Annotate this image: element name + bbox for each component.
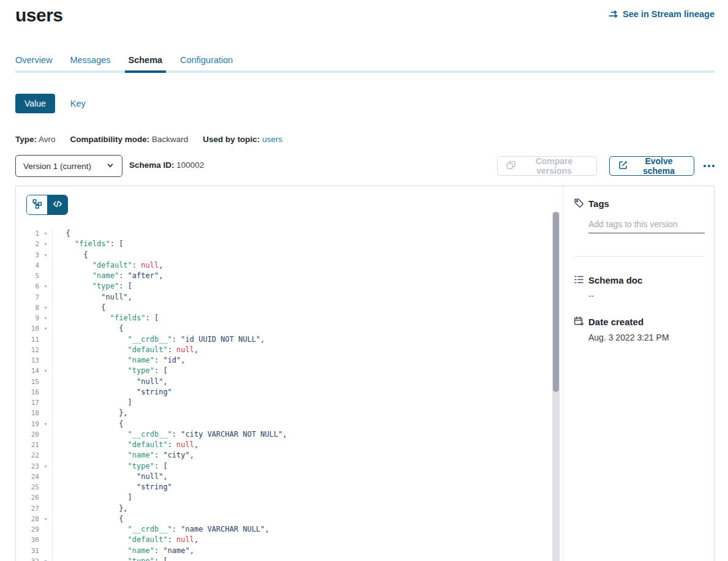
editor-scrollbar-thumb[interactable] <box>553 212 559 392</box>
schema-type: Type: Avro <box>15 135 56 144</box>
key-toggle-button[interactable]: Key <box>70 99 86 108</box>
code-text: { <box>52 303 105 313</box>
fold-arrow-icon[interactable]: ▾ <box>39 239 52 249</box>
fold-arrow-icon[interactable]: ▾ <box>39 366 52 376</box>
topic-link[interactable]: users <box>262 135 282 144</box>
page-title: users <box>15 5 63 26</box>
fold-arrow-icon[interactable]: ▾ <box>39 228 52 239</box>
code-line: 6▾ "type": [ <box>16 281 547 292</box>
code-text: ] <box>52 492 132 503</box>
line-number: 15 <box>16 377 39 387</box>
code-line: 11 "__crdb__": "id UUID NOT NULL", <box>16 334 547 345</box>
version-select[interactable]: Version 1 (current) <box>15 155 122 177</box>
add-tags-input[interactable] <box>588 218 705 233</box>
tab-messages[interactable]: Messages <box>70 55 110 70</box>
fold-arrow-icon[interactable]: ▾ <box>39 281 52 292</box>
code-line: 27 }, <box>16 503 547 514</box>
code-line: 5 "name": "after", <box>16 271 547 281</box>
code-text: "null", <box>52 377 168 387</box>
fold-arrow-icon[interactable]: ▾ <box>39 461 52 472</box>
line-number: 9 <box>16 313 39 323</box>
code-line: 17 ] <box>16 397 547 408</box>
value-key-toggle: Value Key <box>15 94 86 113</box>
code-text: }, <box>52 503 128 514</box>
code-line: 29 "__crdb__": "name VARCHAR NULL", <box>16 524 547 535</box>
schema-doc-heading: Schema doc <box>588 275 642 285</box>
code-text: "default": null, <box>52 345 198 355</box>
evolve-schema-button[interactable]: Evolve schema <box>609 156 694 176</box>
code-line: 13 "name": "id", <box>16 355 547 366</box>
line-number: 20 <box>16 429 39 440</box>
tab-schema[interactable]: Schema <box>129 55 163 70</box>
topic-tabs: OverviewMessagesSchemaConfiguration <box>15 55 233 70</box>
type-value: Avro <box>39 135 56 144</box>
line-number: 17 <box>16 397 39 408</box>
code-text: "__crdb__": "id UUID NOT NULL", <box>52 334 265 345</box>
code-line: 26 ] <box>16 492 547 503</box>
code-text: { <box>52 250 88 260</box>
compare-versions-icon <box>506 160 516 171</box>
fold-arrow-icon[interactable]: ▾ <box>39 313 52 323</box>
code-view-button[interactable] <box>47 195 67 214</box>
code-line: 21 "default": null, <box>16 440 547 450</box>
code-text: "name": "name", <box>52 546 194 556</box>
fold-arrow-icon[interactable]: ▾ <box>39 514 52 524</box>
code-text: "name": "after", <box>52 271 163 281</box>
fold-arrow-icon[interactable]: ▾ <box>39 250 52 260</box>
schema-doc-icon <box>574 274 584 287</box>
code-text: }, <box>52 408 128 418</box>
used-by-topic: Used by topic: users <box>203 135 282 144</box>
code-text: "name": "id", <box>52 355 186 366</box>
code-line: 16 "string" <box>16 387 547 397</box>
fold-arrow-icon[interactable]: ▾ <box>39 303 52 313</box>
tab-configuration[interactable]: Configuration <box>180 55 233 70</box>
sidebar-divider <box>563 186 563 561</box>
version-bar: Version 1 (current) Schema ID: 100002 Co… <box>0 155 728 177</box>
code-text: { <box>52 323 123 334</box>
code-line: 19▾ { <box>16 419 547 429</box>
code-line: 25 "string" <box>16 482 547 492</box>
more-options-button[interactable] <box>701 161 717 171</box>
line-number: 16 <box>16 387 39 397</box>
code-line: 15 "null", <box>16 377 547 387</box>
tree-view-button[interactable] <box>27 195 47 214</box>
line-number: 2 <box>16 239 39 249</box>
chevron-down-icon <box>106 161 114 171</box>
tags-section-divider <box>574 256 705 257</box>
fold-arrow-icon[interactable]: ▾ <box>39 323 52 334</box>
fold-arrow-icon[interactable]: ▾ <box>39 419 52 429</box>
line-number: 7 <box>16 292 39 303</box>
schema-code-editor[interactable]: 1▾ {2▾ "fields": [3▾ {4 "default": null,… <box>16 228 547 561</box>
code-line: 31 "name": "name", <box>16 546 547 556</box>
schema-id: Schema ID: 100002 <box>129 160 204 170</box>
line-number: 18 <box>16 408 39 418</box>
evolve-schema-label: Evolve schema <box>632 156 685 176</box>
line-number: 19 <box>16 419 39 429</box>
tab-overview[interactable]: Overview <box>15 55 52 70</box>
code-text: "__crdb__": "name VARCHAR NULL", <box>52 524 269 535</box>
code-line: 9▾ "fields": [ <box>16 313 547 323</box>
line-number: 26 <box>16 492 39 503</box>
line-number: 25 <box>16 482 39 492</box>
code-text: "type": [ <box>52 556 168 561</box>
code-line: 28▾ { <box>16 514 547 524</box>
code-lines: 1▾ {2▾ "fields": [3▾ {4 "default": null,… <box>16 228 547 561</box>
schema-id-label: Schema ID: <box>129 160 174 170</box>
schema-page: users See in Stream lineage OverviewMess… <box>0 0 728 561</box>
code-line: 18 }, <box>16 408 547 418</box>
code-text: ] <box>52 397 132 408</box>
see-in-stream-lineage-link[interactable]: See in Stream lineage <box>608 9 715 19</box>
code-line: 1▾ { <box>16 228 547 239</box>
line-number: 11 <box>16 334 39 345</box>
compare-versions-button[interactable]: Compare versions <box>497 156 597 176</box>
value-toggle-button[interactable]: Value <box>15 94 55 113</box>
code-text: "type": [ <box>52 366 168 376</box>
line-number: 12 <box>16 345 39 355</box>
fold-arrow-icon[interactable]: ▾ <box>39 556 52 561</box>
compatibility-mode: Compatibility mode: Backward <box>70 135 189 144</box>
schema-id-value: 100002 <box>176 160 204 170</box>
compare-versions-label: Compare versions <box>520 156 588 176</box>
code-text: "string" <box>52 387 172 397</box>
date-created-value: Aug. 3 2022 3:21 PM <box>588 333 669 342</box>
compatibility-value: Backward <box>152 135 188 144</box>
